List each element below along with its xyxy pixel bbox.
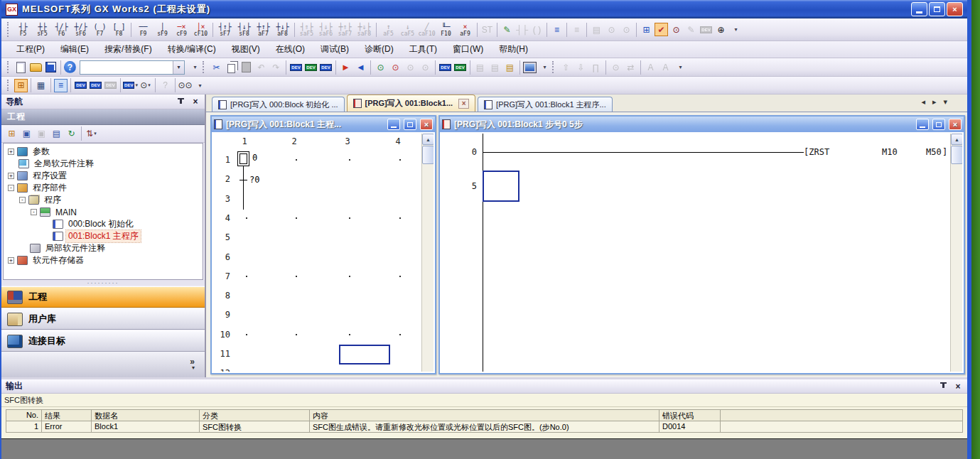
help-window-icon[interactable]: ? (158, 79, 172, 92)
menu-item-3[interactable]: 转换/编译(C) (160, 41, 224, 58)
find-statement-icon[interactable]: ⊙ (605, 23, 618, 36)
document-tab-2[interactable]: [PRG]写入 001:Block1 主程序... (478, 97, 613, 112)
redo-icon[interactable]: ↷ (269, 60, 283, 74)
restore-button[interactable] (929, 2, 945, 16)
paste-data-icon[interactable]: ▣ (35, 127, 48, 141)
tab-close-icon[interactable]: × (458, 99, 469, 109)
ladder-tool-cF10[interactable]: │×cF10 (191, 20, 210, 40)
device-combo-box[interactable]: ▾ (80, 60, 185, 75)
pin-icon[interactable] (939, 382, 949, 391)
find-binoculars-icon[interactable]: ⊙⊙ (178, 79, 192, 92)
chevron-down-icon[interactable]: ▾ (94, 131, 97, 136)
toolbar-grip[interactable] (7, 80, 11, 92)
navigation-window-icon[interactable]: ⊞ (14, 79, 28, 92)
sfc-initial-step-box[interactable] (237, 151, 249, 166)
ladder-tool-caF10[interactable]: ╱caF10 (417, 20, 436, 40)
monitor-stop-icon[interactable]: ⊙ (389, 60, 402, 74)
ladder-tool-aF8[interactable]: ┼↓├aF8 (273, 20, 292, 40)
chevron-down-icon[interactable]: ▾ (192, 365, 195, 371)
ladder-tool-saF5[interactable]: ┤⇑├saF5 (297, 20, 316, 40)
dev-find-icon[interactable]: DEV (289, 60, 303, 74)
document-tab-1[interactable]: [PRG]写入 001:Block1...× (347, 94, 475, 112)
ladder-tool-F8[interactable]: [ ]F8 (109, 20, 129, 40)
zoom-tool-icon[interactable]: ⊕ (714, 23, 728, 36)
find-device-icon[interactable]: ⊙▾ (139, 79, 152, 92)
sfc-conversion-icon[interactable]: ✔ (655, 23, 668, 36)
document-tab-0[interactable]: [PRG]写入 000:Block 初始化 ... (212, 97, 345, 112)
ladder-tool-aF9[interactable]: ×aF9 (456, 20, 475, 40)
sfc-maximize-button[interactable] (404, 119, 416, 130)
ladder-tool-aF7[interactable]: ┼↑├aF7 (254, 20, 273, 40)
dev-batch-monitor-icon[interactable]: DEV (438, 60, 452, 74)
sfc-vertical-scrollbar[interactable]: ▲ (421, 134, 434, 372)
ladder-window-titlebar[interactable]: [PRG]写入 001:Block1 步号0 5步 × (440, 117, 964, 132)
ladder-minimize-button[interactable] (916, 119, 929, 130)
find-transfer-icon[interactable]: ⊙ (609, 60, 623, 74)
sfc-editor-body[interactable]: 0 ?0 1234123456789101112 ▲ (213, 134, 434, 372)
tree-item-000block[interactable]: 000:Block 初始化 (4, 218, 203, 230)
menu-item-5[interactable]: 在线(O) (268, 41, 313, 58)
ladder-tool-F9[interactable]: ──F9 (134, 20, 153, 40)
edit-contact-icon[interactable]: ┤├ (515, 23, 529, 36)
menu-item-9[interactable]: 窗口(W) (445, 41, 491, 58)
statement-edit-icon[interactable]: ▤ (590, 23, 603, 36)
ladder-vertical-scrollbar[interactable]: ▲ (950, 134, 962, 372)
program-check-icon[interactable]: ⊙ (669, 23, 683, 36)
text-display-b-icon[interactable]: A (659, 60, 672, 74)
sfc-minimize-button[interactable] (387, 119, 400, 130)
upload-symbolic-icon[interactable]: ⇧ (559, 60, 573, 74)
new-data-icon[interactable]: ⊞ (5, 127, 18, 141)
menu-item-7[interactable]: 诊断(D) (357, 41, 402, 58)
tree-item-3[interactable]: -程序部件 (4, 182, 203, 194)
statement-list-icon[interactable]: ▤ (473, 60, 487, 74)
ladder-tool-sF8[interactable]: ┤↓├sF8 (235, 20, 254, 40)
ladder-tool-cF9[interactable]: ─×cF9 (172, 20, 191, 40)
undo-icon[interactable]: ↶ (254, 60, 268, 74)
sfc-window-titlebar[interactable]: [PRG]写入 001:Block1 主程... × (212, 117, 435, 132)
tree-item-0[interactable]: +参数 (4, 146, 203, 158)
menu-item-10[interactable]: 帮助(H) (491, 41, 536, 58)
dev-watch-icon[interactable]: DEV▾ (124, 79, 137, 92)
scrollbar-thumb[interactable] (951, 146, 962, 164)
tree-item-4[interactable]: -程序 (4, 194, 203, 206)
pulse-edit-icon[interactable]: ∏ (589, 60, 603, 74)
ladder-edit-cursor[interactable] (483, 171, 519, 202)
dev-io-icon[interactable]: DEV (319, 60, 333, 74)
toolbar-grip[interactable] (552, 61, 556, 74)
edit-coil-icon[interactable]: ( ) (530, 23, 544, 36)
scroll-up-icon[interactable]: ▲ (422, 134, 434, 145)
tree-expander-icon[interactable]: + (8, 257, 14, 264)
monitor-pause-icon[interactable]: ⊙ (404, 60, 417, 74)
note-merge-icon[interactable]: ▤ (503, 60, 517, 74)
ladder-close-button[interactable]: × (949, 119, 962, 130)
close-button[interactable]: × (947, 2, 963, 16)
ladder-editor-body[interactable]: 0 5 [ZRST M10 M50 ] (441, 134, 962, 372)
ladder-tool-saF8[interactable]: ┼⇓├saF8 (355, 20, 374, 40)
ladder-tool-saF6[interactable]: ┤⇓├saF6 (316, 20, 335, 40)
copy-icon[interactable] (225, 60, 238, 74)
sort-project-icon[interactable]: ⇅▾ (85, 127, 98, 141)
sfc-close-button[interactable]: × (420, 119, 433, 130)
cut-icon[interactable]: ✂ (210, 60, 223, 74)
toolbar-grip[interactable] (7, 22, 11, 38)
sfc-diagram-canvas[interactable]: 0 ?0 1234123456789101112 (213, 134, 421, 372)
output-window-icon[interactable]: ≡ (54, 79, 68, 92)
sfc-selection-cursor[interactable] (339, 345, 390, 364)
help-icon[interactable]: ? (64, 61, 76, 73)
tab-next-icon[interactable]: ▸ (932, 97, 937, 107)
tree-expander-icon[interactable]: - (19, 197, 26, 203)
navigation-chevron-area[interactable]: » ▾ (1, 352, 205, 377)
toolbar1-overflow-icon[interactable]: ▾ (729, 23, 743, 36)
ladder-maximize-button[interactable] (932, 119, 945, 130)
minimize-button[interactable] (911, 2, 927, 16)
ladder-diagram-canvas[interactable]: 0 5 [ZRST M10 M50 ] (441, 134, 950, 372)
read-from-plc-icon[interactable]: ◄ (354, 60, 367, 74)
text-display-a-icon[interactable]: A (644, 60, 657, 74)
dev-comment-display-icon[interactable]: DEV (74, 79, 87, 92)
note-batch-icon[interactable]: ▤ (488, 60, 502, 74)
close-icon[interactable]: × (190, 97, 200, 107)
menu-item-0[interactable]: 工程(P) (9, 41, 53, 58)
scroll-up-icon[interactable]: ▲ (951, 134, 962, 145)
nav-button-userlib[interactable]: 用户库 (1, 308, 205, 330)
toolbar2-overflow-a-icon[interactable]: ▾ (188, 60, 202, 74)
